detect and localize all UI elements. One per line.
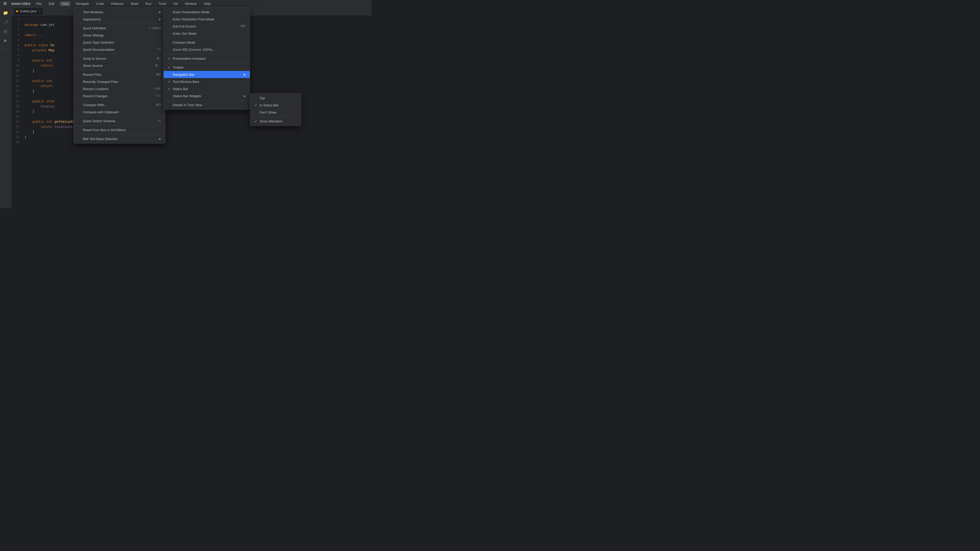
view-menu-dropdown: Tool Windows ▶ Appearance ▶ Quick Defini… (73, 7, 165, 144)
menu-toolbar[interactable]: ✓ Toolbar (164, 64, 250, 71)
separator-6 (74, 125, 165, 125)
separator-7 (74, 134, 165, 135)
menu-jump-to-source[interactable]: Jump to Source ⌘↓ (74, 55, 165, 62)
menu-recent-changes[interactable]: Recent Changes ⌃⇧C (74, 92, 165, 100)
menu-show-source[interactable]: Show Source ⌘← (74, 62, 165, 69)
menu-overlay: Tool Windows ▶ Appearance ▶ Quick Defini… (0, 0, 372, 208)
menu-presentation-mode[interactable]: Enter Presentation Mode (164, 8, 250, 16)
menu-recent-locations[interactable]: Recent Locations ⇧⌘E (74, 85, 165, 92)
navbar-submenu: Top ✓ In Status Bar Don't Show ✓ Show Me… (250, 93, 301, 126)
separator-5 (74, 116, 165, 117)
menu-quick-type-definition[interactable]: Quick Type Definition (74, 39, 165, 46)
menu-compare-with[interactable]: Compare With... ⌘D (74, 101, 165, 108)
menu-status-bar-widgets[interactable]: Status Bar Widgets ▶ (164, 92, 250, 100)
appearance-submenu: Enter Presentation Mode Enter Distractio… (163, 7, 250, 110)
menu-exit-full-screen[interactable]: Exit Full Screen ^⌘F (164, 23, 250, 30)
menu-quick-switch-scheme[interactable]: Quick Switch Scheme... ^∧ (74, 118, 165, 124)
menu-status-bar[interactable]: ✓ Status Bar (164, 85, 250, 92)
app-sep-3 (164, 63, 250, 63)
menu-compare-clipboard[interactable]: Compare with Clipboard (74, 108, 165, 116)
menu-quick-documentation[interactable]: Quick Documentation F1 (74, 46, 165, 53)
menu-bidi-text[interactable]: Bidi Text Base Direction ▶ (74, 135, 165, 142)
app-sep-1 (164, 38, 250, 38)
navbar-dont-show[interactable]: Don't Show (250, 109, 301, 116)
menu-presentation-assistant[interactable]: ✓ Presentation Assistant (164, 55, 250, 62)
menu-compact-mode[interactable]: Compact Mode (164, 39, 250, 46)
menu-tool-window-bars[interactable]: ✓ Tool Window Bars (164, 78, 250, 85)
menu-zoom-ide[interactable]: Zoom IDE (Current: 100%)... (164, 46, 250, 53)
navbar-in-status-bar[interactable]: ✓ In Status Bar (250, 102, 301, 109)
navbar-top[interactable]: Top (250, 94, 301, 102)
menu-navigation-bar[interactable]: Navigation Bar ▶ (164, 71, 250, 78)
menu-recently-changed[interactable]: Recently Changed Files (74, 78, 165, 85)
menu-quick-definition[interactable]: Quick Definition ⌥ Space (74, 24, 165, 32)
menu-appearance[interactable]: Appearance ▶ (74, 16, 165, 23)
menu-show-siblings[interactable]: Show Siblings (74, 32, 165, 39)
menu-zen-mode[interactable]: Enter Zen Mode (164, 30, 250, 37)
menu-tool-windows[interactable]: Tool Windows ▶ (74, 8, 165, 16)
menu-reset-font-size[interactable]: Reset Font Size in All Editors (74, 126, 165, 133)
menu-details-tree-view[interactable]: Details in Tree View (164, 101, 250, 108)
menu-recent-files[interactable]: Recent Files ⌘E (74, 71, 165, 78)
menu-distraction-free[interactable]: Enter Distraction Free Mode (164, 16, 250, 23)
navbar-show-members[interactable]: ✓ Show Members (250, 118, 301, 125)
